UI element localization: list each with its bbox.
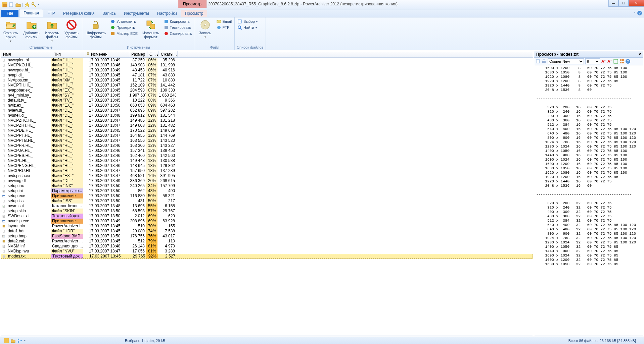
table-row[interactable]: data2.cabPowerArchiver ...17.03.2007 13:… (1, 239, 533, 244)
table-row[interactable]: default.tv_Файл "TV_"17.03.2007 13:4510 … (1, 98, 533, 103)
maximize-button[interactable]: ☐ (618, 0, 629, 7)
file-rows[interactable]: nvwcplen.hl_Файл "HL_"17.03.2007 13:4937… (1, 58, 533, 336)
tab-main[interactable]: Главная (19, 9, 43, 17)
table-row[interactable]: nvwcplen.hl_Файл "HL_"17.03.2007 13:4937… (1, 58, 533, 63)
minimize-button[interactable]: — (608, 0, 618, 7)
table-row[interactable]: setup.bmpFastStone BMP ...17.03.2007 13:… (1, 234, 533, 239)
print-icon[interactable] (542, 59, 546, 64)
font-decrease-icon[interactable]: A▾ (607, 59, 612, 64)
column-size[interactable]: Размер (129, 51, 147, 57)
preview-close-icon[interactable]: × (639, 52, 641, 57)
status-tree-icon[interactable] (17, 338, 22, 343)
table-row[interactable]: nvappbar.ex_Файл "EX_"17.03.2007 13:4520… (1, 88, 533, 93)
install-button[interactable]: Установить (110, 19, 138, 24)
table-row[interactable]: setup.issФайл "ISS"17.03.2007 13:5043150… (1, 198, 533, 204)
table-row[interactable]: NVCPES.HL_Файл "HL_"17.03.2007 13:46162 … (1, 153, 533, 158)
tab-ftp[interactable]: FTP (43, 10, 59, 17)
qat-dropdown[interactable]: ▾ (38, 3, 39, 6)
ftp-button[interactable]: FTP (216, 25, 233, 30)
table-row[interactable]: nvshell.dl_Файл "DL_"17.03.2007 13:48199… (1, 113, 533, 118)
table-row[interactable]: nvudisp.exeПриложение17.03.2007 13:49208… (1, 219, 533, 224)
table-row[interactable]: NVDisp.nvuФайл "NVU"17.03.2007 13:4717 0… (1, 249, 533, 254)
test-button[interactable]: Тестировать (163, 25, 193, 30)
table-row[interactable]: NVCPZHC.HL_Файл "HL_"17.03.2007 13:47149… (1, 118, 533, 123)
open-icon[interactable] (15, 2, 21, 7)
write-button[interactable]: Запись ▾ (197, 19, 213, 45)
table-row[interactable]: SWDesc.txtТекстовый док...17.03.2007 13:… (1, 214, 533, 219)
table-row[interactable]: NVCPFR.HL_Файл "HL_"17.03.2007 13:46163 … (1, 143, 533, 148)
table-row[interactable]: setup.skinФайл "SKIN"17.03.2007 13:5068 … (1, 209, 533, 214)
table-row[interactable]: NVCPL.HL_Файл "HL_"17.03.2007 13:47149 4… (1, 158, 533, 163)
new-icon[interactable] (9, 2, 14, 7)
cell-size: 170 522 (128, 128, 146, 133)
cell-compressed: 40 916 (157, 68, 176, 73)
grid-icon[interactable] (619, 59, 624, 64)
tab-settings[interactable]: Настройки (153, 10, 181, 17)
wrap-icon[interactable] (613, 59, 618, 64)
table-row[interactable]: modes.txtТекстовый док...17.03.2007 13:4… (1, 254, 533, 259)
table-row[interactable]: NVCPKO.HL_Файл "HL_"17.03.2007 13:46140 … (1, 63, 533, 68)
tab-tools[interactable]: Инструменты (120, 10, 153, 17)
table-row[interactable]: NVCPPT.HL_Файл "HL_"17.03.2007 13:47164 … (1, 133, 533, 138)
column-pct[interactable]: С... ▴ (147, 51, 159, 57)
close-button[interactable]: ✕ (629, 0, 644, 7)
preview-font-select[interactable]: Courier New (548, 58, 584, 64)
scan-button[interactable]: Сканировать (163, 31, 193, 36)
encode-button[interactable]: Кодировать (163, 19, 193, 24)
font-increase-icon[interactable]: A▴ (601, 59, 606, 64)
preview-size-select[interactable]: 8 (585, 58, 600, 64)
tab-write[interactable]: Запись (99, 10, 120, 17)
table-row[interactable]: nvapi.dl_Файл "DL_"17.03.2007 13:4547 18… (1, 73, 533, 78)
table-row[interactable]: data1.hdrФайл "HDR"17.03.2007 13:4529 08… (1, 229, 533, 234)
status-folder-icon[interactable] (11, 338, 15, 343)
help-icon[interactable]: ? (637, 11, 642, 15)
convert-button[interactable]: Изменить формат (141, 19, 160, 45)
table-row[interactable]: NVCPRU.HL_Файл "HL_"17.03.2007 13:47157 … (1, 168, 533, 173)
table-row[interactable]: NVCPENG.HL_Файл "HL_"17.03.2007 13:46148… (1, 163, 533, 168)
table-row[interactable]: NVCPDE.HL_Файл "HL_"17.03.2007 13:45170 … (1, 128, 533, 133)
check-button[interactable]: Проверить (110, 25, 138, 30)
tab-preview[interactable]: Просмотр (181, 10, 208, 17)
table-row[interactable]: nvsm.catКаталог безоп...17.03.2007 13:48… (1, 204, 533, 209)
key-icon[interactable] (31, 2, 37, 7)
table-row[interactable]: NvApps.xm_Файл "XM_"17.03.2007 13:4511 7… (1, 78, 533, 83)
open-external-icon[interactable] (536, 59, 540, 64)
table-row[interactable]: nview.dl_Файл "DL_"17.03.2007 13:47652 8… (1, 108, 533, 113)
table-row[interactable]: NVCPPTB.HL_Файл "HL_"17.03.2007 13:47163… (1, 138, 533, 143)
table-row[interactable]: NVCPJA.HL_Файл "HL_"17.03.2007 13:46157 … (1, 148, 533, 153)
table-row[interactable]: setup.inxФайл "INX"17.03.2007 13:50240 2… (1, 183, 533, 188)
table-row[interactable]: nv4_mini.sy_Файл "SY_"17.03.2007 13:451 … (1, 93, 533, 98)
table-row[interactable]: nvdspsch.ex_Файл "EX_"17.03.2007 13:4746… (1, 173, 533, 178)
extract-files-button[interactable]: Извлечь файлы ▾ (44, 19, 60, 45)
column-modified[interactable]: Изменен (89, 51, 129, 57)
column-type[interactable]: Тип (52, 51, 84, 57)
favorites-icon[interactable] (25, 2, 30, 7)
status-dropdown-icon[interactable]: ▾ (24, 339, 26, 342)
table-row[interactable]: setup.exeПриложение17.03.2007 13:50116 8… (1, 193, 533, 198)
context-tab-preview[interactable]: Просмотр (178, 0, 206, 8)
column-lock[interactable] (84, 51, 89, 57)
find-button[interactable]: Найти ▾ (237, 25, 258, 30)
ribbon-collapse-icon[interactable]: ⌄ (634, 11, 636, 15)
encrypt-button[interactable]: Шифровать файлы (84, 19, 107, 45)
email-button[interactable]: Email (216, 19, 233, 24)
column-compressed[interactable]: Сжаты... (159, 51, 178, 57)
preview-help-icon[interactable]: ? (626, 59, 630, 64)
table-row[interactable]: NVCPZHT.HL_Файл "HL_"17.03.2007 13:47149… (1, 123, 533, 128)
open-archive-button[interactable]: Открыть архив ▾ (2, 19, 19, 45)
table-row[interactable]: setup.iniПараметры ко...17.03.2007 13:50… (1, 188, 533, 193)
table-row[interactable]: nvwcpde.hl_Файл "HL_"17.03.2007 13:4943 … (1, 68, 533, 73)
delete-files-button[interactable]: Удалить файлы (63, 19, 80, 45)
select-button[interactable]: Выбор ▾ (237, 19, 258, 24)
table-row[interactable]: NVCPTH.HL_Файл "HL_"17.03.2007 13:47152 … (1, 83, 533, 88)
wizard-button[interactable]: Мастер EXE (110, 31, 138, 36)
preview-text[interactable]: 1600 x 1200 8 60 70 72 75 85 100 1680 x … (534, 65, 643, 336)
table-row[interactable]: layout.binPowerArchiver I...17.03.2007 1… (1, 224, 533, 229)
file-tab[interactable]: File (1, 10, 18, 17)
add-files-button[interactable]: Добавить файлы (22, 19, 41, 45)
table-row[interactable]: nvwimg.dl_Файл "DL_"17.03.2007 13:49336 … (1, 178, 533, 183)
table-row[interactable]: nwiz.ex_Файл "EX_"17.03.2007 13:50663 65… (1, 103, 533, 108)
column-name[interactable]: Имя (1, 51, 52, 57)
tab-backup[interactable]: Резервная копия (59, 10, 99, 17)
table-row[interactable]: iNVSM.infСведения для ...17.03.2007 13:4… (1, 244, 533, 249)
